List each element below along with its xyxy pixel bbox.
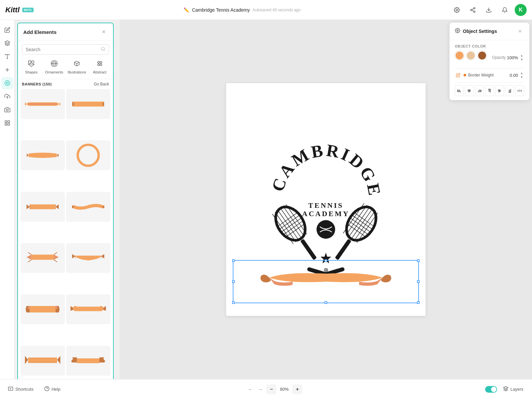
layers-toggle-switch[interactable] [485, 386, 497, 393]
svg-point-23 [32, 61, 34, 63]
svg-text:ACADEMY: ACADEMY [302, 209, 350, 218]
zoom-out-button[interactable]: − [266, 384, 276, 394]
layers-toggle-button[interactable]: Layers [500, 384, 527, 394]
sidebar-icon-elements[interactable] [1, 77, 13, 89]
align-center-button[interactable] [465, 85, 473, 96]
alignment-row [455, 85, 524, 96]
align-bottom-button[interactable] [505, 85, 514, 96]
banner-element-10[interactable] [66, 294, 110, 324]
banner-element-1[interactable] [21, 89, 65, 119]
align-middle-button[interactable] [495, 85, 504, 96]
tab-illustrations[interactable]: Illustrations [66, 58, 88, 76]
color-swatch-2[interactable] [466, 51, 475, 60]
help-button[interactable]: Help [42, 384, 63, 394]
sidebar-icon-upload[interactable] [1, 90, 13, 102]
handle-bottom-left[interactable] [232, 301, 235, 304]
svg-point-27 [100, 62, 102, 64]
handle-bottom-right[interactable] [417, 301, 420, 304]
settings-button[interactable] [451, 4, 463, 16]
svg-rect-30 [72, 102, 104, 107]
handle-bottom-middle[interactable] [325, 301, 327, 304]
pencil-icon: ✏️ [184, 7, 189, 13]
banner-element-12[interactable] [66, 346, 110, 376]
shapes-icon [28, 60, 35, 69]
opacity-stepper[interactable]: ▲ ▼ [519, 54, 524, 62]
shortcuts-label: Shortcuts [15, 387, 34, 392]
section-title: BANNERS (150) [22, 82, 52, 86]
svg-rect-86 [509, 90, 509, 92]
opacity-down[interactable]: ▼ [519, 58, 524, 62]
tab-abstract[interactable]: Abstract [89, 58, 111, 76]
banner-element-2[interactable] [66, 89, 110, 119]
topbar-right: K [451, 4, 527, 16]
banner-element-3[interactable] [21, 140, 65, 170]
zoom-in-button[interactable]: + [292, 384, 302, 394]
tab-shapes[interactable]: Shapes [21, 58, 42, 76]
svg-rect-18 [5, 124, 7, 125]
layers-icon [503, 386, 508, 392]
svg-point-12 [5, 81, 10, 86]
distribute-horizontal-button[interactable] [515, 85, 524, 96]
align-top-button[interactable] [485, 85, 494, 96]
banner-element-9[interactable] [21, 294, 65, 324]
svg-point-1 [473, 7, 475, 9]
sidebar-icon-text[interactable] [1, 51, 13, 63]
tab-ornaments[interactable]: Ornaments [44, 58, 65, 76]
handle-middle-right[interactable] [417, 280, 420, 283]
handle-top-right[interactable] [417, 259, 420, 262]
align-right-button[interactable] [475, 85, 484, 96]
search-input[interactable] [26, 47, 98, 52]
sidebar-icon-text-add[interactable] [1, 64, 13, 76]
panel-close-button[interactable]: × [100, 28, 108, 36]
banner-element-5[interactable] [21, 192, 65, 222]
share-button[interactable] [467, 4, 479, 16]
border-down[interactable]: ▼ [519, 75, 524, 79]
illustrations-icon [73, 60, 80, 69]
svg-marker-7 [5, 41, 10, 44]
svg-text:CAMBRIDGE: CAMBRIDGE [268, 141, 384, 199]
opacity-up[interactable]: ▲ [519, 54, 524, 58]
svg-point-26 [97, 62, 99, 64]
sidebar-icon-layers[interactable] [1, 37, 13, 49]
border-stepper[interactable]: ▲ ▼ [519, 71, 524, 79]
user-avatar[interactable]: K [515, 4, 527, 16]
sidebar-icon-camera[interactable] [1, 104, 13, 116]
download-button[interactable] [483, 4, 495, 16]
banner-element-6[interactable] [66, 192, 110, 222]
os-close-button[interactable]: × [516, 27, 524, 35]
add-elements-panel: Add Elements × Shapes Ornaments Illustra… [17, 23, 114, 396]
sidebar-icon-edit[interactable] [1, 24, 13, 36]
border-color-dot[interactable] [464, 74, 466, 76]
color-row [455, 51, 487, 60]
banner-element-7[interactable] [21, 243, 65, 273]
divider-1 [455, 68, 524, 68]
svg-point-2 [470, 9, 472, 11]
zoom-next-button[interactable]: → [256, 385, 265, 394]
svg-rect-17 [8, 121, 9, 122]
toggle-knob [491, 387, 496, 392]
shortcuts-button[interactable]: Shortcuts [5, 384, 36, 394]
border-up[interactable]: ▲ [519, 71, 524, 75]
shapes-label: Shapes [25, 70, 38, 74]
color-swatch-1[interactable] [455, 51, 464, 60]
sidebar-icon-grid[interactable] [1, 117, 13, 129]
svg-rect-71 [458, 90, 460, 91]
svg-point-20 [101, 47, 104, 50]
topbar-center: ✏️ Cambridge Tennis Academy Autosaved 40… [184, 7, 301, 13]
banner-element-8[interactable] [66, 243, 110, 273]
align-left-button[interactable] [455, 85, 464, 96]
handle-top-left[interactable] [232, 259, 235, 262]
svg-marker-24 [28, 64, 34, 66]
opacity-label: Opacity [492, 55, 506, 60]
go-back-button[interactable]: Go Back [94, 82, 109, 86]
project-name[interactable]: Cambridge Tennis Academy [192, 7, 250, 13]
svg-marker-96 [503, 386, 508, 389]
color-swatch-3[interactable] [477, 51, 487, 60]
notifications-button[interactable] [499, 4, 511, 16]
handle-middle-left[interactable] [232, 280, 235, 283]
zoom-prev-button[interactable]: ← [246, 385, 255, 394]
banner-element-11[interactable] [21, 346, 65, 376]
elements-grid [18, 89, 113, 396]
banner-element-4[interactable] [66, 140, 110, 170]
svg-rect-50 [300, 239, 317, 260]
